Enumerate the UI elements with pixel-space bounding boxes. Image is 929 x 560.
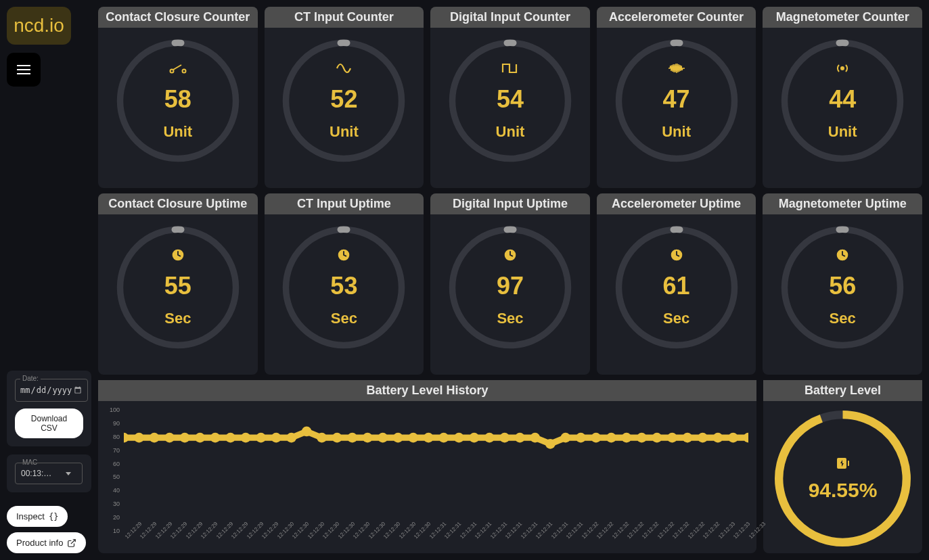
gauge-unit: Sec [497,310,523,327]
inspect-label: Inspect [16,511,45,521]
svg-point-43 [469,433,479,443]
gauge-card: Digital Input Uptime 97 Sec [430,193,590,375]
svg-point-44 [484,433,495,443]
gauge-value: 52 [330,85,357,114]
menu-button[interactable] [7,53,41,87]
x-tick: 12:12:29 [139,535,152,548]
x-tick: 12:12:30 [413,535,426,548]
x-tick: 12:12:29 [185,535,198,548]
x-tick: 12:12:29 [246,535,258,548]
sine-icon [336,61,352,76]
square-wave-icon [501,61,519,76]
x-tick: 12:12:30 [291,535,304,548]
x-tick: 12:12:33 [717,535,730,548]
clock-icon [171,248,185,262]
svg-point-58 [698,433,708,443]
clock-icon [337,248,350,262]
gauge-card: Magnetometer Counter 44 Unit [763,7,922,188]
date-input[interactable] [15,379,88,402]
svg-point-36 [363,433,373,443]
gauge-card: Contact Closure Uptime 55 Sec [98,193,258,375]
x-tick: 12:12:29 [169,535,182,548]
clock-icon [503,248,517,262]
y-tick: 70 [105,447,120,454]
gauge-title: CT Input Counter [265,7,424,28]
svg-point-27 [225,433,235,443]
svg-point-20 [124,433,129,443]
x-tick: 12:12:31 [459,535,472,548]
svg-point-37 [378,433,388,443]
switch-icon [168,61,187,76]
svg-line-4 [173,65,181,70]
x-tick: 12:12:32 [656,535,669,548]
gauge-value: 97 [497,272,524,300]
x-tick: 12:12:31 [443,535,456,548]
x-tick: 12:12:31 [565,535,578,548]
x-tick: 12:12:31 [520,535,533,548]
svg-point-50 [576,433,586,443]
y-tick: 20 [105,514,120,521]
history-chart-title: Battery Level History [98,380,756,401]
svg-point-52 [606,433,616,443]
gauge-unit: Sec [830,310,856,327]
x-tick: 12:12:31 [535,535,547,548]
svg-point-54 [637,433,647,443]
svg-point-32 [302,427,312,437]
gauge-card: Magnetometer Uptime 56 Sec [763,193,922,375]
gauge-unit: Sec [663,310,689,327]
x-tick: 12:12:29 [154,535,167,548]
y-tick: 60 [105,461,120,467]
svg-point-41 [438,433,449,443]
svg-point-45 [499,433,509,443]
y-tick: 10 [105,528,120,534]
x-tick: 12:12:30 [307,535,319,548]
x-tick: 12:12:29 [124,535,137,548]
x-tick: 12:12:31 [474,535,486,548]
x-tick: 12:12:32 [687,535,700,548]
mac-select[interactable]: 00:13:… [15,463,83,484]
svg-point-39 [408,433,418,443]
gauge-card: Digital Input Counter 54 Unit [430,7,590,188]
y-tick: 80 [105,434,120,440]
gauge-value: 55 [164,272,191,300]
download-csv-button[interactable]: Download CSV [15,409,83,438]
svg-point-33 [317,433,327,443]
x-tick: 12:12:29 [260,535,273,548]
gauge-value: 53 [330,272,357,300]
svg-point-28 [241,433,251,443]
inspect-button[interactable]: Inspect {} [7,506,68,527]
gauge-value: 44 [829,85,856,114]
svg-point-47 [530,433,540,443]
x-tick: 12:12:29 [215,535,228,548]
gauge-value: 47 [663,85,690,114]
gauge-unit: Sec [331,310,357,327]
x-tick: 12:12:29 [230,535,243,548]
product-info-button[interactable]: Product info [7,532,86,553]
svg-point-34 [332,433,342,443]
gauge-unit: Unit [330,123,359,141]
x-tick: 12:12:32 [671,535,684,548]
y-tick: 40 [105,487,120,494]
battery-level-value: 94.55% [809,479,878,502]
x-tick: 12:12:31 [504,535,517,548]
gauge-unit: Sec [164,310,191,327]
gauge-title: Accelerometer Uptime [597,193,756,214]
gauge-title: Digital Input Counter [430,7,590,28]
x-tick: 12:12:32 [595,535,608,548]
x-tick: 12:12:29 [200,535,212,548]
gauge-title: Magnetometer Counter [763,7,922,28]
gauge-card: CT Input Counter 52 Unit [265,7,424,188]
svg-point-29 [256,433,266,443]
y-tick: 90 [105,420,120,427]
svg-point-49 [560,433,570,443]
x-tick: 12:12:32 [702,535,715,548]
gauge-card: Accelerometer Uptime 61 Sec [597,193,756,375]
x-tick: 12:12:30 [398,535,411,548]
svg-point-9 [841,67,844,70]
svg-point-51 [591,433,601,443]
gauge-unit: Unit [163,123,192,141]
x-tick: 12:12:31 [428,535,441,548]
x-tick: 12:12:30 [382,535,395,548]
brand-logo[interactable]: ncd.io [7,7,71,45]
svg-point-2 [170,70,173,73]
